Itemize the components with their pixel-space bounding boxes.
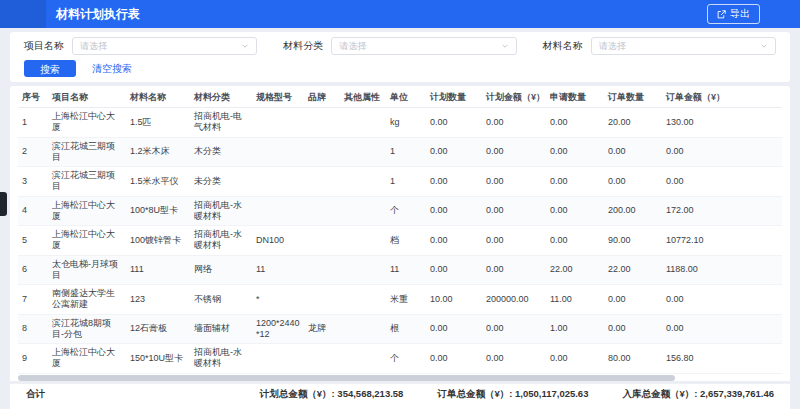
table-cell [304,196,340,226]
table-cell: 0.00 [482,226,546,256]
filter-group-category: 材料分类 请选择 [283,37,516,55]
table-cell: 1.5匹 [126,108,190,138]
table-cell: 0.00 [604,167,662,197]
table-row: 5上海松江中心大厦100镀锌管卡招商机电-水暖材料DN100档0.000.000… [18,226,782,256]
summary-total-label: 合计 [26,388,45,401]
table-cell: 不锈钢 [190,285,252,315]
table-cell: 8 [18,314,48,344]
clear-search-button[interactable]: 清空搜索 [92,62,132,76]
table-cell: 0.00 [546,344,604,374]
column-header: 订单金额（¥） [662,88,782,108]
table-row: 8滨江花城8期项目-分包12石膏板墙面辅材1200*2440*12龙牌根0.00… [18,314,782,344]
table-row: 4上海松江中心大厦100*8U型卡招商机电-水暖材料个0.000.000.002… [18,196,782,226]
export-label: 导出 [730,7,750,21]
chevron-down-icon [760,42,768,50]
column-header: 单位 [386,88,426,108]
table-cell: 0.00 [482,137,546,167]
table-cell: 木分类 [190,137,252,167]
table-cell: 1.00 [546,314,604,344]
filter-actions: 搜索 清空搜索 [24,60,776,77]
table-cell: 0.00 [482,314,546,344]
table-cell: 招商机电-电气材料 [190,108,252,138]
column-header: 规格型号 [252,88,304,108]
table-cell: 上海松江中心大厦 [48,226,126,256]
search-button[interactable]: 搜索 [24,60,76,77]
column-header: 材料分类 [190,88,252,108]
table-cell: 南侧盛达大学生公寓新建 [48,285,126,315]
table-cell: 招商机电-水暖材料 [190,226,252,256]
table-row: 1上海松江中心大厦1.5匹招商机电-电气材料kg0.000.000.0020.0… [18,108,782,138]
table-cell: 5 [18,226,48,256]
column-header: 计划金额（¥） [482,88,546,108]
table-cell [304,226,340,256]
chevron-down-icon [241,42,249,50]
table-cell: 172.00 [662,196,782,226]
table-cell: 0.00 [426,137,482,167]
table-cell: 0.00 [662,314,782,344]
table-cell: 9 [18,344,48,374]
table-cell: 0.00 [426,167,482,197]
table-cell: 130.00 [662,108,782,138]
table-cell: 墙面辅材 [190,314,252,344]
inbound-total: 入库总金额（¥）: 2,657,339,761.46 [622,388,774,401]
table-cell [304,167,340,197]
table-cell: 0.00 [546,137,604,167]
filter-row: 项目名称 请选择 材料分类 请选择 材料名称 请选择 [24,37,776,55]
table-cell: 20.00 [604,108,662,138]
material-name-select[interactable]: 请选择 [591,37,776,55]
project-name-label: 项目名称 [24,39,64,53]
table-cell [340,137,386,167]
table-cell: 0.00 [546,226,604,256]
filter-panel: 项目名称 请选择 材料分类 请选择 材料名称 请选择 搜索 清空搜索 [10,32,790,82]
table-cell: 未分类 [190,167,252,197]
table-cell: 10772.10 [662,226,782,256]
table-cell: 0.00 [426,226,482,256]
table-cell: 0.00 [662,137,782,167]
material-category-select[interactable]: 请选择 [331,37,516,55]
table-row: 3滨江花城三期项目1.5米水平仪未分类10.000.000.000.000.00 [18,167,782,197]
table-cell: 100镀锌管卡 [126,226,190,256]
plan-total: 计划总金额（¥）: 354,568,213.58 [260,388,404,401]
project-name-select[interactable]: 请选择 [72,37,257,55]
inbound-total-label: 入库总金额（¥）: [622,388,700,399]
table-cell: 200000.00 [482,285,546,315]
horizontal-scrollbar[interactable] [18,375,782,381]
table-cell [304,255,340,285]
order-total-label: 订单总金额（¥）: [437,388,515,399]
table-cell: 150*10U型卡 [126,344,190,374]
table-cell: 80.00 [604,344,662,374]
material-name-placeholder: 请选择 [599,40,626,53]
export-button[interactable]: 导出 [707,4,760,24]
column-header: 材料名称 [126,88,190,108]
order-total: 订单总金额（¥）: 1,050,117,025.63 [437,388,588,401]
table-cell: 1188.00 [662,255,782,285]
table-cell: 7 [18,285,48,315]
table-cell: 1 [18,108,48,138]
table-cell [304,285,340,315]
table-cell: 0.00 [426,344,482,374]
table-cell [304,108,340,138]
table-cell [252,196,304,226]
table-cell: 156.80 [662,344,782,374]
table-cell: 太仓电梯-月球项目 [48,255,126,285]
horizontal-scrollbar-thumb[interactable] [18,375,675,381]
table-cell: 上海松江中心大厦 [48,344,126,374]
column-header: 品牌 [304,88,340,108]
table-cell: 1 [386,137,426,167]
table-cell: 上海松江中心大厦 [48,196,126,226]
material-category-label: 材料分类 [283,39,323,53]
table-cell [304,137,340,167]
side-drawer-handle[interactable] [0,192,7,216]
table-cell [340,285,386,315]
table-cell: 0.00 [546,167,604,197]
table-cell: 100*8U型卡 [126,196,190,226]
table-cell: 11.00 [546,285,604,315]
table-cell: 0.00 [426,255,482,285]
logo-area [0,0,46,28]
table-cell: 22.00 [546,255,604,285]
table-cell: 6 [18,255,48,285]
column-header: 序号 [18,88,48,108]
table-cell: 0.00 [604,137,662,167]
table-cell [340,226,386,256]
table-cell: DN100 [252,226,304,256]
